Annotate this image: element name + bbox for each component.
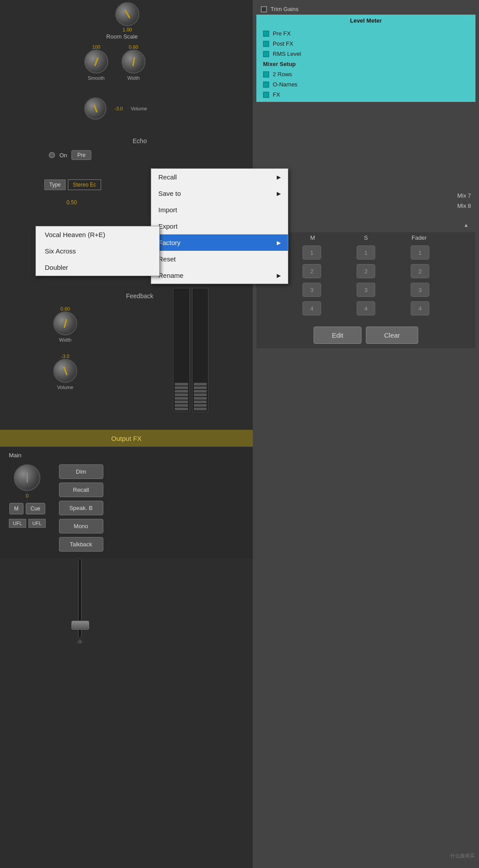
echo-title: Echo — [44, 137, 235, 144]
o-names-row: O-Names — [261, 79, 471, 90]
two-rows-label: 2 Rows — [273, 71, 292, 78]
top-knob-value: 1.00 — [122, 27, 132, 32]
groups-row-1: 1 1 1 — [261, 245, 471, 260]
volume-knob[interactable] — [84, 97, 106, 120]
recall-button[interactable]: Recall — [59, 483, 103, 497]
menu-item-save-to[interactable]: Save to ▶ — [151, 185, 288, 202]
group-m-3[interactable]: 3 — [302, 283, 321, 297]
vu-seg — [175, 404, 188, 407]
menu-item-rename[interactable]: Rename ▶ — [151, 267, 288, 284]
two-rows-checkbox[interactable] — [263, 71, 269, 78]
vu-seg — [194, 393, 207, 396]
output-fx-label: Output FX — [111, 435, 141, 442]
two-rows-row: 2 Rows — [261, 69, 471, 79]
stereo-ec-button[interactable]: Stereo Ec — [68, 179, 101, 190]
speak-b-button[interactable]: Speak. B — [59, 501, 103, 515]
submenu-item-vocal-heaven[interactable]: Vocal Heaven (R+E) — [36, 226, 159, 243]
top-knob-container: 1.00 — [115, 2, 139, 32]
s-col-header: S — [357, 234, 375, 241]
pre-fx-label: Pre FX — [273, 30, 291, 37]
ufl2-button[interactable]: UFL — [28, 519, 46, 528]
type-button[interactable]: Type — [44, 179, 66, 190]
left-panel: 1.00 Room Scale 100 Smooth 0.60 Width -3… — [0, 0, 253, 868]
menu-item-rename-label: Rename — [158, 272, 184, 279]
save-to-arrow-icon: ▶ — [277, 191, 281, 197]
o-names-checkbox[interactable] — [263, 82, 269, 88]
post-fx-label: Post FX — [273, 40, 293, 47]
echo-pre-button[interactable]: Pre — [71, 150, 91, 160]
group-s-3[interactable]: 3 — [357, 283, 375, 297]
pre-fx-checkbox[interactable] — [263, 31, 269, 37]
vu-seg — [175, 408, 188, 410]
group-s-1[interactable]: 1 — [357, 245, 375, 260]
groups-collapse-icon[interactable]: ▲ — [463, 222, 469, 228]
context-menu-main: Recall ▶ Save to ▶ Import Export Factory… — [151, 168, 288, 284]
mute-cue-row: M Cue — [9, 503, 45, 514]
vu-seg — [194, 386, 207, 389]
feedback-volume-knob[interactable] — [53, 359, 77, 383]
width-knob[interactable] — [122, 50, 145, 74]
fx-checkbox[interactable] — [263, 92, 269, 98]
main-buttons-group: Dim Recall Speak. B Mono Talkback — [59, 464, 103, 552]
factory-arrow-icon: ▶ — [277, 240, 281, 246]
mono-button[interactable]: Mono — [59, 519, 103, 533]
group-m-2[interactable]: 2 — [302, 264, 321, 278]
delay-value: 0.50 — [67, 199, 77, 206]
pre-fx-row: Pre FX — [261, 28, 471, 39]
vu-seg — [194, 383, 207, 385]
group-s-2[interactable]: 2 — [357, 264, 375, 278]
trim-gains-label: Trim Gains — [271, 6, 298, 12]
submenu-item-doubler[interactable]: Doubler — [36, 259, 159, 276]
fader-handle[interactable] — [71, 621, 89, 630]
vu-seg — [175, 383, 188, 385]
post-fx-row: Post FX — [261, 39, 471, 49]
cue-button[interactable]: Cue — [26, 503, 45, 514]
vu-seg — [194, 401, 207, 403]
submenu-item-six-across[interactable]: Six Across — [36, 243, 159, 259]
fader-track — [78, 558, 82, 638]
ufl1-button[interactable]: UFL — [9, 519, 26, 528]
group-m-1[interactable]: 1 — [302, 245, 321, 260]
edit-clear-row: Edit Clear — [256, 322, 475, 348]
group-fader-4[interactable]: 4 — [411, 301, 429, 315]
vu-seg — [175, 390, 188, 393]
menu-item-factory[interactable]: Factory ▶ — [151, 234, 288, 251]
edit-button[interactable]: Edit — [314, 327, 361, 344]
dim-button[interactable]: Dim — [59, 464, 103, 479]
group-fader-3[interactable]: 3 — [411, 283, 429, 297]
feedback-volume-value: -3.0 — [61, 354, 70, 359]
echo-on-radio[interactable] — [49, 152, 55, 158]
level-meter-title: Level Meter — [350, 17, 382, 24]
group-s-4[interactable]: 4 — [357, 301, 375, 315]
feedback-width-label: Width — [59, 337, 71, 343]
rms-level-checkbox[interactable] — [263, 51, 269, 57]
top-knob[interactable] — [115, 2, 139, 26]
menu-item-reset[interactable]: Reset — [151, 251, 288, 267]
groups-row-3: 3 3 3 — [261, 283, 471, 297]
group-m-4[interactable]: 4 — [302, 301, 321, 315]
feedback-width-knob[interactable] — [53, 311, 77, 335]
talkback-button[interactable]: Talkback — [59, 537, 103, 552]
volume-row: -3.0 Volume — [84, 97, 147, 120]
group-fader-1[interactable]: 1 — [411, 245, 429, 260]
menu-item-export[interactable]: Export — [151, 218, 288, 234]
post-fx-checkbox[interactable] — [263, 41, 269, 47]
level-meter-title-bar: Level Meter — [256, 15, 475, 26]
rms-level-row: RMS Level — [261, 49, 471, 59]
fader-col-header: Fader — [410, 234, 428, 241]
smooth-knob[interactable] — [84, 50, 108, 74]
groups-header: Groups ▲ — [256, 218, 475, 232]
vu-seg — [175, 393, 188, 396]
group-fader-2[interactable]: 2 — [411, 264, 429, 278]
clear-button[interactable]: Clear — [366, 327, 418, 344]
main-label: Main — [9, 452, 248, 459]
menu-item-recall[interactable]: Recall ▶ — [151, 169, 288, 185]
trim-gains-checkbox[interactable] — [261, 6, 267, 12]
main-volume-knob[interactable] — [14, 464, 40, 491]
menu-item-import[interactable]: Import — [151, 202, 288, 218]
volume-value: -3.0 — [114, 106, 123, 111]
cyan-options-area: Pre FX Post FX RMS Level Mixer Setup 2 R… — [256, 26, 475, 102]
delay-knob-area: 0.50 — [67, 199, 77, 206]
fader-zero-label: -0- — [67, 639, 93, 644]
mute-button[interactable]: M — [9, 503, 24, 514]
